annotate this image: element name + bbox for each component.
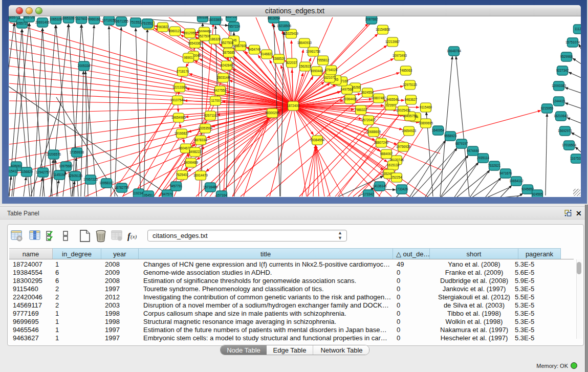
svg-text:19654985: 19654985 bbox=[171, 116, 186, 119]
svg-text:16543362: 16543362 bbox=[188, 41, 203, 45]
svg-text:20691406: 20691406 bbox=[35, 20, 50, 24]
svg-text:1640954: 1640954 bbox=[432, 128, 445, 132]
svg-text:947579: 947579 bbox=[162, 192, 173, 196]
svg-text:20364436: 20364436 bbox=[343, 97, 358, 101]
svg-text:9115460: 9115460 bbox=[420, 105, 432, 109]
svg-text:8454749: 8454749 bbox=[248, 48, 261, 51]
svg-text:3875685: 3875685 bbox=[223, 51, 235, 54]
svg-text:6879197: 6879197 bbox=[455, 142, 468, 145]
svg-text:15692971: 15692971 bbox=[558, 129, 573, 133]
svg-text:19218506: 19218506 bbox=[277, 24, 292, 28]
svg-text:2718176: 2718176 bbox=[177, 70, 189, 73]
svg-text:19756928: 19756928 bbox=[396, 145, 411, 148]
svg-text:9315411: 9315411 bbox=[9, 169, 18, 173]
svg-text:9529966: 9529966 bbox=[560, 55, 573, 58]
svg-text:17016504: 17016504 bbox=[562, 143, 577, 147]
svg-text:6794028: 6794028 bbox=[325, 68, 338, 72]
svg-text:10958107: 10958107 bbox=[99, 181, 114, 185]
svg-text:95451: 95451 bbox=[144, 193, 153, 197]
svg-text:10654112: 10654112 bbox=[509, 179, 524, 183]
svg-text:7663822: 7663822 bbox=[157, 25, 169, 29]
svg-text:19384554: 19384554 bbox=[310, 138, 325, 142]
svg-text:10653267: 10653267 bbox=[61, 16, 76, 20]
svg-text:1621072: 1621072 bbox=[323, 76, 336, 79]
svg-text:1872400: 1872400 bbox=[287, 104, 300, 107]
svg-text:8813054: 8813054 bbox=[268, 16, 280, 20]
svg-text:3498222: 3498222 bbox=[189, 150, 202, 154]
svg-text:18807249: 18807249 bbox=[374, 141, 389, 144]
svg-text:10671355: 10671355 bbox=[114, 19, 129, 23]
svg-text:16033809: 16033809 bbox=[208, 18, 223, 21]
svg-text:16648784: 16648784 bbox=[447, 49, 462, 53]
svg-text:6966160: 6966160 bbox=[88, 17, 101, 21]
svg-text:2935114: 2935114 bbox=[477, 156, 490, 160]
svg-text:1527602: 1527602 bbox=[75, 17, 88, 20]
svg-text:8878334: 8878334 bbox=[194, 138, 207, 142]
svg-text:9527508: 9527508 bbox=[221, 41, 234, 45]
svg-text:12975115: 12975115 bbox=[403, 83, 417, 86]
svg-text:7955812: 7955812 bbox=[317, 58, 330, 62]
svg-text:18640910: 18640910 bbox=[297, 41, 312, 45]
svg-text:1855721: 1855721 bbox=[9, 16, 21, 19]
svg-text:9463627: 9463627 bbox=[405, 98, 418, 101]
svg-text:9465546: 9465546 bbox=[386, 98, 399, 101]
svg-text:7632621: 7632621 bbox=[488, 164, 501, 167]
svg-text:9884067: 9884067 bbox=[380, 152, 393, 156]
svg-text:15716485: 15716485 bbox=[203, 185, 218, 189]
svg-text:19107544: 19107544 bbox=[170, 98, 185, 102]
svg-text:20206576: 20206576 bbox=[47, 152, 61, 156]
svg-text:7485063: 7485063 bbox=[400, 69, 412, 72]
svg-text:3624554: 3624554 bbox=[361, 91, 374, 94]
svg-text:16782759: 16782759 bbox=[115, 186, 129, 189]
svg-text:761552: 761552 bbox=[142, 21, 153, 25]
svg-text:11123: 11123 bbox=[575, 27, 581, 31]
svg-text:98901: 98901 bbox=[184, 56, 193, 59]
svg-text:1167533: 1167533 bbox=[570, 157, 581, 160]
svg-text:15720407: 15720407 bbox=[361, 118, 376, 122]
svg-text:8912955: 8912955 bbox=[184, 31, 197, 35]
svg-text:8960123: 8960123 bbox=[169, 29, 182, 33]
svg-text:12213369: 12213369 bbox=[172, 85, 187, 89]
svg-text:7986322: 7986322 bbox=[355, 108, 367, 112]
svg-text:15751074: 15751074 bbox=[565, 40, 580, 44]
svg-text:17957225: 17957225 bbox=[83, 178, 98, 181]
svg-text:19654923: 19654923 bbox=[402, 129, 417, 133]
svg-text:12093383: 12093383 bbox=[552, 84, 567, 87]
svg-text:10025438: 10025438 bbox=[396, 108, 411, 112]
svg-text:9242848: 9242848 bbox=[221, 63, 233, 67]
svg-text:1156829: 1156829 bbox=[20, 170, 33, 173]
svg-text:19166827: 19166827 bbox=[175, 132, 189, 135]
svg-text:1733426: 1733426 bbox=[396, 187, 408, 191]
svg-text:9558923: 9558923 bbox=[444, 134, 457, 138]
svg-text:160338: 160338 bbox=[197, 16, 208, 19]
svg-text:16210643: 16210643 bbox=[554, 114, 569, 118]
svg-text:9474444: 9474444 bbox=[467, 149, 480, 152]
svg-text:12942757: 12942757 bbox=[36, 170, 51, 174]
svg-text:173342: 173342 bbox=[363, 192, 374, 196]
svg-text:9227342: 9227342 bbox=[556, 69, 569, 72]
svg-text:1615132: 1615132 bbox=[387, 163, 400, 167]
svg-text:1244415: 1244415 bbox=[553, 99, 565, 103]
svg-text:835722: 835722 bbox=[226, 16, 237, 18]
svg-text:1588520: 1588520 bbox=[273, 57, 286, 60]
svg-text:252254: 252254 bbox=[391, 176, 402, 179]
svg-text:1562615: 1562615 bbox=[299, 64, 312, 68]
svg-text:10961758: 10961758 bbox=[306, 50, 321, 53]
svg-text:14099489: 14099489 bbox=[184, 161, 199, 164]
svg-text:6497568: 6497568 bbox=[341, 87, 354, 91]
svg-text:15325419: 15325419 bbox=[284, 32, 299, 35]
svg-text:17359938: 17359938 bbox=[70, 150, 84, 154]
svg-text:10975687: 10975687 bbox=[59, 164, 74, 168]
svg-text:9146821: 9146821 bbox=[260, 52, 273, 56]
svg-text:157164: 157164 bbox=[216, 193, 227, 197]
svg-text:16154808: 16154808 bbox=[376, 28, 390, 31]
svg-text:13353594: 13353594 bbox=[198, 126, 213, 130]
svg-text:8186328: 8186328 bbox=[208, 37, 221, 41]
svg-text:7625402: 7625402 bbox=[176, 173, 189, 177]
svg-text:12213967: 12213967 bbox=[385, 40, 400, 43]
svg-text:2803144: 2803144 bbox=[217, 76, 230, 79]
svg-text:8215955: 8215955 bbox=[541, 106, 554, 110]
svg-text:14136141: 14136141 bbox=[373, 184, 387, 188]
svg-text:11700: 11700 bbox=[211, 99, 220, 102]
svg-text:9527506: 9527506 bbox=[198, 34, 211, 38]
